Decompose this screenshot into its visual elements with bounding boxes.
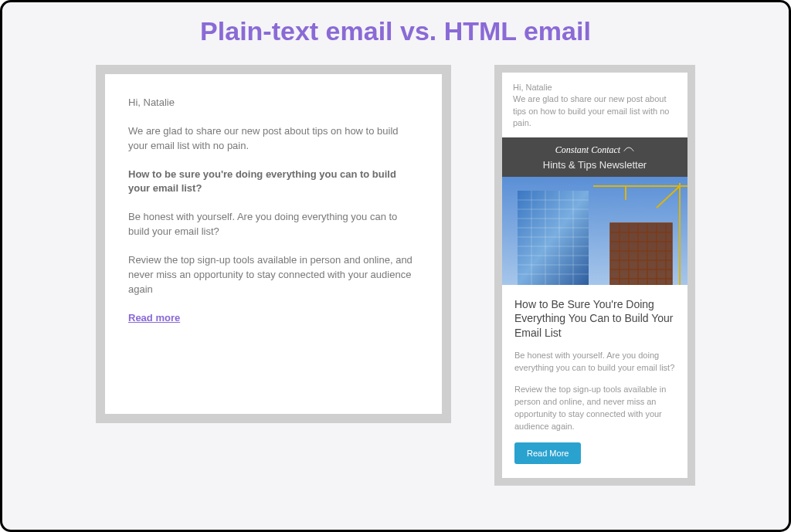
svg-rect-1	[518, 191, 589, 285]
html-para2: Review the top sign-up tools available i…	[514, 384, 675, 433]
plain-greeting: Hi, Natalie	[128, 96, 419, 110]
brand-text: Constant Contact	[555, 144, 620, 156]
html-article-title: How to Be Sure You're Doing Everything Y…	[514, 297, 675, 341]
html-article-body: How to Be Sure You're Doing Everything Y…	[502, 285, 687, 478]
html-email-body: Hi, Natalie We are glad to share our new…	[502, 73, 687, 478]
html-greeting: Hi, Natalie	[513, 82, 677, 93]
html-para1: Be honest with yourself. Are you doing e…	[514, 350, 675, 374]
brand-swoosh-icon	[623, 144, 634, 156]
plain-read-more-link[interactable]: Read more	[128, 312, 180, 324]
columns-wrapper: Hi, Natalie We are glad to share our new…	[29, 65, 762, 486]
html-intro-text: We are glad to share our new post about …	[513, 93, 677, 129]
comparison-frame: Plain-text email vs. HTML email Hi, Nata…	[0, 0, 791, 532]
plain-heading: How to be sure you're doing everything y…	[128, 168, 419, 197]
plain-para2: Review the top sign-up tools available i…	[128, 253, 419, 297]
brand-name: Constant Contact	[555, 144, 634, 156]
hero-image	[502, 177, 687, 285]
read-more-button[interactable]: Read More	[514, 442, 581, 464]
plain-intro: We are glad to share our new post about …	[128, 124, 419, 154]
plain-text-email-body: Hi, Natalie We are glad to share our new…	[105, 74, 442, 414]
page-title: Plain-text email vs. HTML email	[29, 16, 762, 46]
html-email-card: Hi, Natalie We are glad to share our new…	[494, 65, 695, 486]
newsletter-title: Hints & Tips Newsletter	[505, 159, 684, 171]
plain-para1: Be honest with yourself. Are you doing e…	[128, 210, 419, 239]
html-header-bar: Constant Contact Hints & Tips Newsletter	[502, 137, 687, 177]
plain-text-email-card: Hi, Natalie We are glad to share our new…	[96, 65, 451, 423]
html-intro-block: Hi, Natalie We are glad to share our new…	[502, 73, 687, 137]
